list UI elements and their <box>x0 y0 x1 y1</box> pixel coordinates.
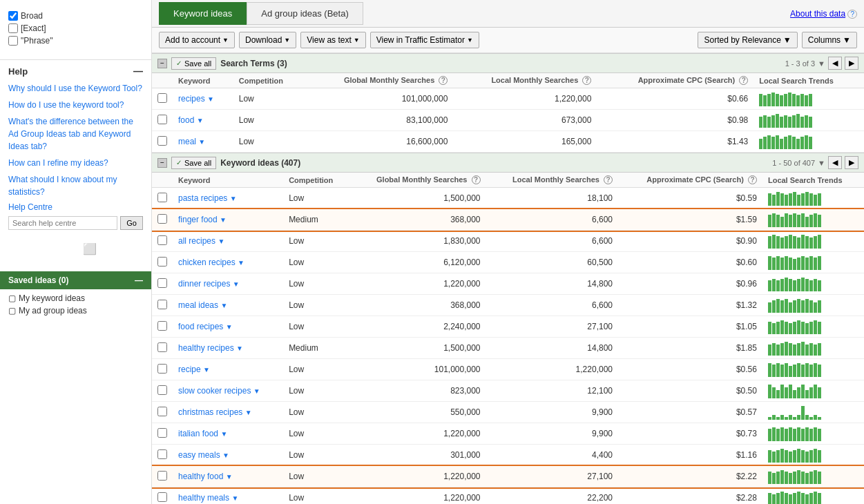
search-go-button[interactable]: Go <box>120 216 143 230</box>
search-terms-next-button[interactable]: ▶ <box>845 57 858 70</box>
row-checkbox[interactable] <box>157 93 167 103</box>
row-checkbox-cell[interactable] <box>152 252 173 273</box>
row-checkbox-cell[interactable] <box>152 423 173 445</box>
row-checkbox[interactable] <box>157 300 167 309</box>
keyword-dropdown-icon[interactable]: ▼ <box>220 302 227 309</box>
keyword-link[interactable]: healthy food <box>178 472 223 481</box>
keyword-dropdown-icon[interactable]: ▼ <box>236 345 243 352</box>
row-checkbox[interactable] <box>157 407 167 416</box>
row-checkbox[interactable] <box>157 136 167 146</box>
row-checkbox-cell[interactable] <box>152 209 173 231</box>
global-question-icon[interactable]: ? <box>439 76 448 85</box>
help-link-5[interactable]: What should I know about my statistics? <box>8 173 143 198</box>
row-checkbox[interactable] <box>157 471 167 481</box>
keyword-link[interactable]: finger food <box>178 215 218 224</box>
keyword-dropdown-icon[interactable]: ▼ <box>222 452 229 459</box>
row-checkbox[interactable] <box>157 257 167 266</box>
keyword-link[interactable]: pasta recipes <box>178 193 227 203</box>
keyword-link[interactable]: christmas recipes <box>178 407 242 417</box>
keyword-link[interactable]: meal <box>178 137 196 146</box>
keyword-dropdown-icon[interactable]: ▼ <box>197 117 204 124</box>
cpc-question-icon[interactable]: ? <box>739 76 748 85</box>
ad-group-ideas-tab[interactable]: Ad group ideas (Beta) <box>247 2 363 25</box>
broad-checkbox-label[interactable]: Broad <box>8 11 143 21</box>
ki-cpc-question-icon[interactable]: ? <box>748 175 757 184</box>
help-link-4[interactable]: How can I refine my ideas? <box>8 157 143 169</box>
keyword-link[interactable]: dinner recipes <box>178 279 230 289</box>
row-checkbox-cell[interactable] <box>152 131 173 153</box>
row-checkbox-cell[interactable] <box>152 445 173 466</box>
keyword-dropdown-icon[interactable]: ▼ <box>231 494 238 502</box>
broad-checkbox[interactable] <box>8 11 18 21</box>
about-link[interactable]: About this data ? <box>790 9 857 19</box>
row-checkbox-cell[interactable] <box>152 380 173 402</box>
view-as-text-button[interactable]: View as text ▼ <box>300 32 365 48</box>
keyword-link[interactable]: healthy recipes <box>178 343 234 353</box>
keyword-ideas-tab[interactable]: Keyword ideas <box>159 2 247 25</box>
view-traffic-button[interactable]: View in Traffic Estimator ▼ <box>370 32 479 48</box>
help-centre-link[interactable]: Help Centre <box>8 202 143 212</box>
keyword-link[interactable]: food <box>178 115 194 125</box>
row-checkbox-cell[interactable] <box>152 273 173 295</box>
about-this-data-link[interactable]: About this data <box>790 9 845 19</box>
row-checkbox-cell[interactable] <box>152 338 173 359</box>
keyword-dropdown-icon[interactable]: ▼ <box>203 366 210 374</box>
keyword-dropdown-icon[interactable]: ▼ <box>238 259 244 266</box>
my-ad-group-ideas-link[interactable]: ▢ My ad group ideas <box>8 306 143 316</box>
search-input[interactable] <box>8 216 117 230</box>
keyword-link[interactable]: food recipes <box>178 322 223 331</box>
keyword-dropdown-icon[interactable]: ▼ <box>207 95 214 103</box>
keyword-dropdown-icon[interactable]: ▼ <box>253 387 260 395</box>
keyword-link[interactable]: all recipes <box>178 236 215 246</box>
exact-checkbox[interactable] <box>8 23 18 33</box>
row-checkbox[interactable] <box>157 342 167 352</box>
keyword-dropdown-icon[interactable]: ▼ <box>220 430 227 438</box>
row-checkbox-cell[interactable] <box>152 188 173 209</box>
row-checkbox-cell[interactable] <box>152 402 173 423</box>
keyword-link[interactable]: healthy meals <box>178 493 229 503</box>
search-terms-save-all-button[interactable]: ✓ Save all <box>171 57 216 70</box>
keyword-link[interactable]: easy meals <box>178 450 220 460</box>
help-minimize-icon[interactable]: — <box>133 66 143 77</box>
local-question-icon[interactable]: ? <box>582 76 591 85</box>
row-checkbox[interactable] <box>157 428 167 438</box>
row-checkbox[interactable] <box>157 449 167 459</box>
keyword-dropdown-icon[interactable]: ▼ <box>198 138 205 146</box>
keyword-link[interactable]: chicken recipes <box>178 258 236 267</box>
saved-ideas-minimize-icon[interactable]: — <box>135 275 143 285</box>
row-checkbox[interactable] <box>157 385 167 395</box>
keyword-dropdown-icon[interactable]: ▼ <box>230 195 237 202</box>
keyword-dropdown-icon[interactable]: ▼ <box>226 473 233 481</box>
keyword-ideas-next-button[interactable]: ▶ <box>845 156 858 169</box>
ki-local-question-icon[interactable]: ? <box>604 175 613 184</box>
keyword-ideas-prev-button[interactable]: ◀ <box>828 156 842 169</box>
columns-button[interactable]: Columns ▼ <box>802 32 857 48</box>
phrase-checkbox[interactable] <box>8 36 18 46</box>
keyword-dropdown-icon[interactable]: ▼ <box>226 323 233 331</box>
row-checkbox-cell[interactable] <box>152 110 173 131</box>
row-checkbox[interactable] <box>157 278 167 288</box>
keyword-ideas-save-all-button[interactable]: ✓ Save all <box>171 157 216 169</box>
row-checkbox-cell[interactable] <box>152 316 173 338</box>
keyword-link[interactable]: recipes <box>178 94 205 104</box>
download-button[interactable]: Download ▼ <box>239 32 296 48</box>
row-checkbox-cell[interactable] <box>152 295 173 316</box>
keyword-dropdown-icon[interactable]: ▼ <box>233 280 240 288</box>
row-checkbox-cell[interactable] <box>152 231 173 252</box>
keyword-ideas-collapse-button[interactable]: − <box>157 158 167 168</box>
sorted-by-button[interactable]: Sorted by Relevance ▼ <box>698 32 797 48</box>
row-checkbox-cell[interactable] <box>152 487 173 505</box>
add-account-button[interactable]: Add to account ▼ <box>159 32 235 48</box>
help-link-3[interactable]: What's the difference between the Ad Gro… <box>8 115 143 153</box>
keyword-link[interactable]: slow cooker recipes <box>178 386 251 396</box>
help-link-2[interactable]: How do I use the keyword tool? <box>8 99 143 111</box>
row-checkbox[interactable] <box>157 115 167 124</box>
row-checkbox[interactable] <box>157 321 167 331</box>
exact-checkbox-label[interactable]: [Exact] <box>8 23 143 33</box>
ki-global-question-icon[interactable]: ? <box>472 175 481 184</box>
search-terms-prev-button[interactable]: ◀ <box>828 57 842 70</box>
row-checkbox[interactable] <box>157 235 167 245</box>
help-link-1[interactable]: Why should I use the Keyword Tool? <box>8 82 143 95</box>
phrase-checkbox-label[interactable]: "Phrase" <box>8 36 143 46</box>
my-keyword-ideas-link[interactable]: ▢ My keyword ideas <box>8 293 143 303</box>
